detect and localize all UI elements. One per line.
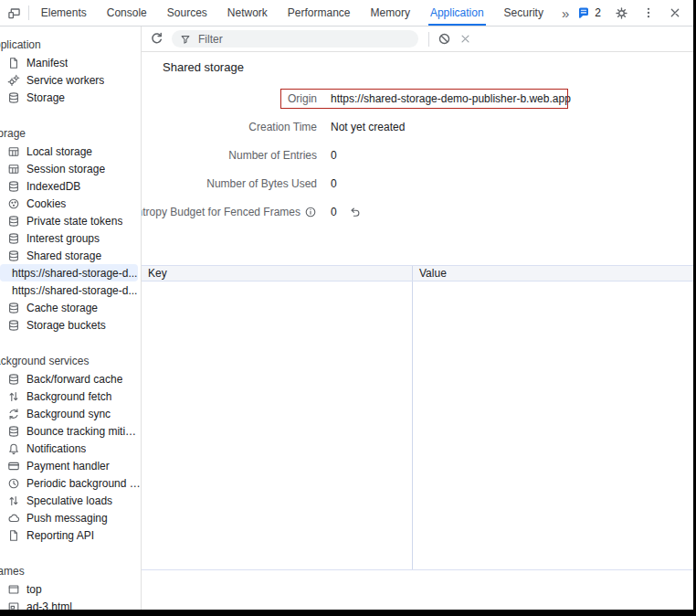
sidebar-item-label: Notifications	[26, 442, 86, 455]
table-header-row: Key Value	[142, 265, 693, 281]
sidebar-item-top[interactable]: top	[0, 580, 141, 598]
tab-performance[interactable]: Performance	[278, 0, 361, 26]
tab-network[interactable]: Network	[217, 0, 278, 26]
sidebar-item-bounce-tracking-mitiga[interactable]: Bounce tracking mitiga...	[0, 422, 141, 440]
sidebar-item-label: Background sync	[26, 408, 111, 420]
detail-row-number-of-bytes-used: Number of Bytes Used0	[142, 169, 693, 197]
sidebar-item-label: Manifest	[26, 57, 68, 69]
card-icon	[7, 460, 20, 473]
sidebar-item-label: Private state tokens	[26, 215, 122, 228]
sidebar-item-label: Shared storage	[26, 250, 101, 262]
tabbar-separator	[28, 5, 29, 20]
shared-storage-content: Shared storage Originhttps://shared-stor…	[142, 52, 693, 610]
sidebar-item-storage-buckets[interactable]: Storage buckets	[0, 316, 141, 334]
storage-metadata: Originhttps://shared-storage-demo-publis…	[142, 84, 693, 226]
filter-pill[interactable]	[172, 30, 418, 48]
detail-row-origin: Originhttps://shared-storage-demo-publis…	[142, 84, 693, 112]
table-icon	[7, 145, 20, 158]
sidebar-section-storage: StorageLocal storageSession storageIndex…	[0, 124, 141, 334]
sidebar-item-label: Local storage	[26, 145, 92, 158]
sidebar-section-title: Storage	[0, 124, 128, 143]
database-icon	[7, 302, 20, 314]
gear-icon	[615, 6, 628, 20]
column-header-value[interactable]: Value	[413, 266, 693, 281]
database-icon	[7, 250, 20, 262]
kebab-icon	[642, 6, 655, 19]
sidebar-item-push-messaging[interactable]: Push messaging	[0, 509, 141, 526]
page-title: Shared storage	[163, 60, 693, 76]
info-icon	[304, 206, 317, 218]
clock-icon	[7, 477, 20, 490]
sidebar-item-payment-handler[interactable]: Payment handler	[0, 457, 141, 474]
sidebar-item-background-sync[interactable]: Background sync	[0, 405, 141, 422]
reset-entropy-budget-button[interactable]	[348, 206, 361, 218]
sidebar-item-storage[interactable]: Storage	[0, 89, 141, 106]
detail-label: Entropy Budget for Fenced Frames	[142, 206, 317, 218]
refresh-button[interactable]	[150, 32, 163, 46]
delete-selected-button[interactable]	[459, 33, 471, 45]
settings-button[interactable]	[615, 6, 628, 20]
filter-input[interactable]	[196, 32, 410, 47]
tab-security[interactable]: Security	[494, 0, 554, 26]
toolbar-separator	[428, 32, 429, 47]
sidebar-item-speculative-loads[interactable]: Speculative loads	[0, 492, 141, 509]
table-icon	[7, 163, 20, 175]
sidebar-item-label: Session storage	[26, 163, 105, 175]
sidebar-item-cookies[interactable]: Cookies	[0, 195, 141, 212]
table-body-empty[interactable]	[142, 281, 693, 570]
database-icon	[7, 91, 20, 104]
sync-icon	[7, 408, 20, 420]
close-icon	[669, 6, 681, 19]
more-tabs-button[interactable]: »	[554, 0, 577, 26]
sidebar-item-interest-groups[interactable]: Interest groups	[0, 229, 141, 247]
sidebar-item-label: Reporting API	[26, 529, 94, 542]
issues-counter-button[interactable]: 2	[577, 6, 601, 19]
sidebar-item-session-storage[interactable]: Session storage	[0, 160, 141, 177]
sidebar-item-back-forward-cache[interactable]: Back/forward cache	[0, 370, 141, 388]
sidebar-item-background-fetch[interactable]: Background fetch	[0, 388, 141, 405]
toggle-device-toolbar-button[interactable]	[0, 0, 28, 26]
detail-value: 0	[331, 149, 693, 162]
sidebar-item-service-workers[interactable]: Service workers	[0, 71, 141, 89]
cloud-icon	[7, 512, 20, 525]
sidebar-item-local-storage[interactable]: Local storage	[0, 143, 141, 160]
sidebar-item-ad-3-html[interactable]: ad-3.html	[0, 598, 141, 610]
sidebar-item-indexeddb[interactable]: IndexedDB	[0, 177, 141, 195]
detail-value: Not yet created	[331, 121, 693, 133]
detail-row-creation-time: Creation TimeNot yet created	[142, 112, 693, 141]
sidebar-item-reporting-api[interactable]: Reporting API	[0, 526, 141, 544]
close-devtools-button[interactable]	[669, 6, 681, 19]
sidebar-item-https-shared-storage-d[interactable]: https://shared-storage-d...	[0, 264, 138, 281]
sidebar-section-title: Frames	[0, 562, 128, 580]
sidebar-item-private-state-tokens[interactable]: Private state tokens	[0, 212, 141, 229]
sidebar-item-label: Payment handler	[26, 460, 110, 473]
sidebar-item-shared-storage[interactable]: Shared storage	[0, 247, 141, 264]
main-pane: Shared storage Originhttps://shared-stor…	[142, 27, 693, 610]
sidebar-item-manifest[interactable]: Manifest	[0, 54, 141, 71]
gears-icon	[7, 74, 20, 87]
tab-sources[interactable]: Sources	[157, 0, 217, 26]
detail-label: Number of Bytes Used	[142, 177, 317, 190]
sidebar-item-https-shared-storage-d[interactable]: https://shared-storage-d...	[0, 281, 141, 299]
tab-console[interactable]: Console	[97, 0, 157, 26]
tab-application[interactable]: Application	[420, 0, 494, 26]
database-icon	[7, 319, 20, 332]
sidebar-item-label: Cache storage	[26, 302, 98, 314]
sidebar-item-label: top	[26, 583, 42, 596]
detail-label: Origin	[142, 92, 317, 105]
clear-all-button[interactable]	[438, 32, 451, 46]
sidebar-item-periodic-background-s[interactable]: Periodic background s...	[0, 474, 141, 492]
sidebar-item-cache-storage[interactable]: Cache storage	[0, 299, 141, 316]
document-icon	[7, 57, 20, 69]
sidebar-item-notifications[interactable]: Notifications	[0, 440, 141, 457]
document-icon	[7, 529, 20, 542]
database-icon	[7, 215, 20, 228]
tab-memory[interactable]: Memory	[361, 0, 420, 26]
table-body-value-column	[413, 281, 693, 569]
sidebar-item-label: Periodic background s...	[26, 477, 141, 490]
block-icon	[438, 32, 451, 46]
kebab-menu-button[interactable]	[642, 6, 655, 19]
sidebar-item-label: https://shared-storage-d...	[12, 267, 137, 280]
tab-elements[interactable]: Elements	[31, 0, 97, 26]
column-header-key[interactable]: Key	[142, 266, 413, 281]
